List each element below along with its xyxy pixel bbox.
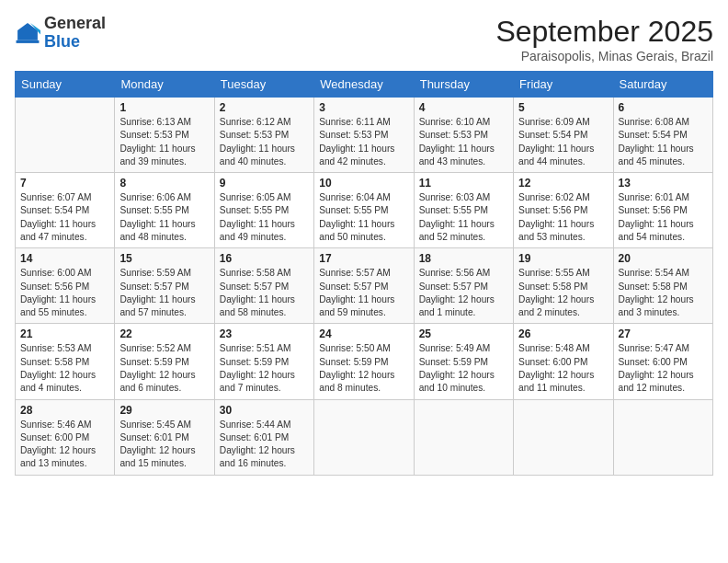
day-number: 8 bbox=[119, 177, 209, 190]
day-number: 5 bbox=[518, 101, 608, 114]
calendar-cell: 8Sunrise: 6:06 AM Sunset: 5:55 PM Daylig… bbox=[115, 173, 214, 248]
calendar-cell: 4Sunrise: 6:10 AM Sunset: 5:53 PM Daylig… bbox=[414, 98, 513, 173]
day-header-wednesday: Wednesday bbox=[314, 72, 414, 98]
location: Paraisopolis, Minas Gerais, Brazil bbox=[495, 49, 713, 63]
day-detail: Sunrise: 6:05 AM Sunset: 5:55 PM Dayligh… bbox=[220, 191, 309, 244]
logo-blue: Blue bbox=[44, 33, 106, 52]
day-detail: Sunrise: 6:08 AM Sunset: 5:54 PM Dayligh… bbox=[619, 116, 708, 168]
calendar-cell bbox=[16, 98, 115, 173]
day-number: 9 bbox=[220, 177, 309, 190]
day-detail: Sunrise: 5:48 AM Sunset: 6:00 PM Dayligh… bbox=[518, 342, 608, 395]
calendar-cell: 29Sunrise: 5:45 AM Sunset: 6:01 PM Dayli… bbox=[115, 399, 214, 475]
day-header-saturday: Saturday bbox=[613, 72, 712, 98]
calendar-cell: 5Sunrise: 6:09 AM Sunset: 5:54 PM Daylig… bbox=[514, 98, 613, 173]
day-detail: Sunrise: 5:59 AM Sunset: 5:57 PM Dayligh… bbox=[119, 267, 209, 319]
svg-marker-0 bbox=[17, 23, 38, 40]
title-block: September 2025 Paraisopolis, Minas Gerai… bbox=[495, 15, 713, 63]
calendar-cell bbox=[414, 399, 513, 475]
day-number: 19 bbox=[518, 252, 608, 265]
calendar-cell bbox=[314, 399, 414, 475]
day-detail: Sunrise: 6:13 AM Sunset: 5:53 PM Dayligh… bbox=[119, 116, 209, 168]
calendar-cell: 17Sunrise: 5:57 AM Sunset: 5:57 PM Dayli… bbox=[314, 248, 414, 324]
day-number: 13 bbox=[619, 177, 708, 190]
day-detail: Sunrise: 6:12 AM Sunset: 5:53 PM Dayligh… bbox=[220, 116, 309, 168]
day-detail: Sunrise: 6:02 AM Sunset: 5:56 PM Dayligh… bbox=[518, 191, 608, 244]
day-header-sunday: Sunday bbox=[16, 72, 115, 98]
day-number: 3 bbox=[319, 101, 408, 114]
calendar-cell: 2Sunrise: 6:12 AM Sunset: 5:53 PM Daylig… bbox=[214, 98, 313, 173]
day-header-friday: Friday bbox=[514, 72, 613, 98]
logo: General Blue bbox=[15, 15, 106, 52]
day-detail: Sunrise: 5:50 AM Sunset: 5:59 PM Dayligh… bbox=[319, 342, 408, 395]
day-number: 14 bbox=[20, 252, 109, 265]
day-number: 7 bbox=[20, 177, 109, 190]
calendar-cell: 13Sunrise: 6:01 AM Sunset: 5:56 PM Dayli… bbox=[613, 173, 712, 248]
week-row-3: 14Sunrise: 6:00 AM Sunset: 5:56 PM Dayli… bbox=[16, 248, 713, 324]
logo-general: General bbox=[44, 15, 106, 33]
day-number: 10 bbox=[319, 177, 408, 190]
calendar-cell: 18Sunrise: 5:56 AM Sunset: 5:57 PM Dayli… bbox=[414, 248, 513, 324]
calendar-cell: 23Sunrise: 5:51 AM Sunset: 5:59 PM Dayli… bbox=[214, 324, 313, 399]
calendar-table: SundayMondayTuesdayWednesdayThursdayFrid… bbox=[15, 71, 713, 476]
day-detail: Sunrise: 5:45 AM Sunset: 6:01 PM Dayligh… bbox=[119, 419, 209, 471]
day-number: 4 bbox=[419, 101, 508, 114]
day-detail: Sunrise: 6:06 AM Sunset: 5:55 PM Dayligh… bbox=[119, 191, 209, 244]
day-number: 2 bbox=[220, 101, 309, 114]
day-header-monday: Monday bbox=[115, 72, 214, 98]
calendar-cell: 21Sunrise: 5:53 AM Sunset: 5:58 PM Dayli… bbox=[16, 324, 115, 399]
day-detail: Sunrise: 6:03 AM Sunset: 5:55 PM Dayligh… bbox=[419, 191, 508, 244]
day-number: 21 bbox=[20, 327, 109, 340]
page-header: General Blue September 2025 Paraisopolis… bbox=[15, 15, 713, 63]
day-header-tuesday: Tuesday bbox=[214, 72, 313, 98]
calendar-cell: 19Sunrise: 5:55 AM Sunset: 5:58 PM Dayli… bbox=[514, 248, 613, 324]
day-number: 15 bbox=[119, 252, 209, 265]
day-number: 26 bbox=[518, 327, 608, 340]
week-row-2: 7Sunrise: 6:07 AM Sunset: 5:54 PM Daylig… bbox=[16, 173, 713, 248]
week-row-1: 1Sunrise: 6:13 AM Sunset: 5:53 PM Daylig… bbox=[16, 98, 713, 173]
calendar-cell: 3Sunrise: 6:11 AM Sunset: 5:53 PM Daylig… bbox=[314, 98, 414, 173]
day-detail: Sunrise: 5:46 AM Sunset: 6:00 PM Dayligh… bbox=[20, 419, 109, 471]
svg-rect-2 bbox=[17, 40, 40, 43]
day-number: 30 bbox=[220, 404, 309, 417]
calendar-cell: 9Sunrise: 6:05 AM Sunset: 5:55 PM Daylig… bbox=[214, 173, 313, 248]
calendar-cell: 20Sunrise: 5:54 AM Sunset: 5:58 PM Dayli… bbox=[613, 248, 712, 324]
day-number: 23 bbox=[220, 327, 309, 340]
calendar-cell: 7Sunrise: 6:07 AM Sunset: 5:54 PM Daylig… bbox=[16, 173, 115, 248]
day-number: 6 bbox=[619, 101, 708, 114]
day-detail: Sunrise: 6:07 AM Sunset: 5:54 PM Dayligh… bbox=[20, 191, 109, 244]
day-detail: Sunrise: 5:44 AM Sunset: 6:01 PM Dayligh… bbox=[220, 419, 309, 471]
day-number: 25 bbox=[419, 327, 508, 340]
day-detail: Sunrise: 6:01 AM Sunset: 5:56 PM Dayligh… bbox=[619, 191, 708, 244]
calendar-cell: 10Sunrise: 6:04 AM Sunset: 5:55 PM Dayli… bbox=[314, 173, 414, 248]
calendar-cell: 24Sunrise: 5:50 AM Sunset: 5:59 PM Dayli… bbox=[314, 324, 414, 399]
day-detail: Sunrise: 5:51 AM Sunset: 5:59 PM Dayligh… bbox=[220, 342, 309, 395]
calendar-cell: 16Sunrise: 5:58 AM Sunset: 5:57 PM Dayli… bbox=[214, 248, 313, 324]
day-number: 1 bbox=[119, 101, 209, 114]
day-detail: Sunrise: 6:04 AM Sunset: 5:55 PM Dayligh… bbox=[319, 191, 408, 244]
calendar-cell: 15Sunrise: 5:59 AM Sunset: 5:57 PM Dayli… bbox=[115, 248, 214, 324]
calendar-cell: 25Sunrise: 5:49 AM Sunset: 5:59 PM Dayli… bbox=[414, 324, 513, 399]
day-number: 17 bbox=[319, 252, 408, 265]
day-detail: Sunrise: 5:53 AM Sunset: 5:58 PM Dayligh… bbox=[20, 342, 109, 395]
day-detail: Sunrise: 5:52 AM Sunset: 5:59 PM Dayligh… bbox=[119, 342, 209, 395]
week-row-5: 28Sunrise: 5:46 AM Sunset: 6:00 PM Dayli… bbox=[16, 399, 713, 475]
header-row: SundayMondayTuesdayWednesdayThursdayFrid… bbox=[16, 72, 713, 98]
calendar-cell: 28Sunrise: 5:46 AM Sunset: 6:00 PM Dayli… bbox=[16, 399, 115, 475]
day-detail: Sunrise: 6:00 AM Sunset: 5:56 PM Dayligh… bbox=[20, 267, 109, 319]
day-number: 24 bbox=[319, 327, 408, 340]
day-detail: Sunrise: 6:10 AM Sunset: 5:53 PM Dayligh… bbox=[419, 116, 508, 168]
day-detail: Sunrise: 5:57 AM Sunset: 5:57 PM Dayligh… bbox=[319, 267, 408, 319]
day-detail: Sunrise: 5:56 AM Sunset: 5:57 PM Dayligh… bbox=[419, 267, 508, 319]
calendar-cell bbox=[514, 399, 613, 475]
week-row-4: 21Sunrise: 5:53 AM Sunset: 5:58 PM Dayli… bbox=[16, 324, 713, 399]
day-header-thursday: Thursday bbox=[414, 72, 513, 98]
calendar-cell: 27Sunrise: 5:47 AM Sunset: 6:00 PM Dayli… bbox=[613, 324, 712, 399]
calendar-cell: 26Sunrise: 5:48 AM Sunset: 6:00 PM Dayli… bbox=[514, 324, 613, 399]
calendar-cell: 14Sunrise: 6:00 AM Sunset: 5:56 PM Dayli… bbox=[16, 248, 115, 324]
day-detail: Sunrise: 5:47 AM Sunset: 6:00 PM Dayligh… bbox=[619, 342, 708, 395]
day-detail: Sunrise: 5:49 AM Sunset: 5:59 PM Dayligh… bbox=[419, 342, 508, 395]
day-detail: Sunrise: 5:55 AM Sunset: 5:58 PM Dayligh… bbox=[518, 267, 608, 319]
calendar-cell bbox=[613, 399, 712, 475]
calendar-cell: 11Sunrise: 6:03 AM Sunset: 5:55 PM Dayli… bbox=[414, 173, 513, 248]
day-number: 11 bbox=[419, 177, 508, 190]
